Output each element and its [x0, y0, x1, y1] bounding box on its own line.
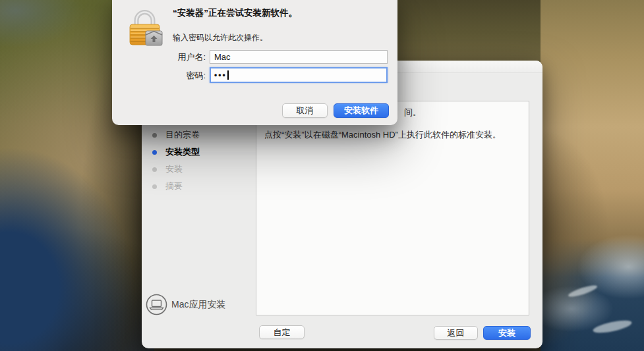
text-caret — [227, 70, 229, 80]
installer-content-pane: 间。 点按“安装”以在磁盘“Macintosh HD”上执行此软件的标准安装。 — [256, 101, 529, 315]
standard-install-instruction: 点按“安装”以在磁盘“Macintosh HD”上执行此软件的标准安装。 — [264, 129, 501, 141]
install-software-button[interactable]: 安装软件 — [334, 103, 389, 118]
username-value: Mac — [214, 52, 231, 62]
step-bullet-icon — [152, 133, 157, 138]
go-back-button[interactable]: 返回 — [434, 326, 478, 340]
lock-installer-icon — [127, 5, 165, 50]
sidebar-step-summary: 摘要 — [142, 178, 256, 195]
password-field[interactable]: ••• — [210, 67, 388, 83]
step-bullet-icon — [152, 150, 157, 155]
username-label: 用户名: — [138, 50, 206, 64]
wallpaper-right-cliffs-ocean — [541, 0, 644, 351]
dialog-subtitle: 输入密码以允许此次操作。 — [173, 32, 390, 43]
dialog-title: “安装器”正在尝试安装新软件。 — [173, 7, 390, 19]
install-button[interactable]: 安装 — [483, 326, 531, 340]
laptop-circle-icon — [146, 294, 167, 315]
installer-steps-sidebar: 目的宗卷 安装类型 安装 摘要 — [142, 126, 256, 195]
step-label: 目的宗卷 — [165, 129, 200, 141]
app-badge: Mac应用安装 — [146, 294, 225, 315]
step-label: 安装类型 — [165, 146, 200, 158]
cancel-button[interactable]: 取消 — [282, 103, 328, 118]
customize-button[interactable]: 自定 — [259, 325, 305, 339]
sidebar-step-destination: 目的宗卷 — [142, 126, 256, 144]
sidebar-step-installation: 安装 — [142, 161, 256, 178]
username-field[interactable]: Mac — [210, 50, 388, 64]
sidebar-step-installation-type: 安装类型 — [142, 144, 256, 161]
password-label: 密码: — [138, 68, 206, 83]
clipped-text-tail: 间。 — [404, 107, 421, 119]
desktop: 目的宗卷 安装类型 安装 摘要 间。 点按“安装”以在磁盘“Macintosh … — [0, 0, 644, 351]
password-dots: ••• — [214, 70, 227, 80]
authentication-dialog: “安装器”正在尝试安装新软件。 输入密码以允许此次操作。 用户名: Mac 密码… — [112, 0, 397, 125]
step-label: 安装 — [165, 163, 183, 175]
step-label: 摘要 — [165, 180, 183, 192]
step-bullet-icon — [152, 167, 157, 172]
step-bullet-icon — [152, 184, 157, 189]
app-badge-label: Mac应用安装 — [171, 299, 225, 311]
